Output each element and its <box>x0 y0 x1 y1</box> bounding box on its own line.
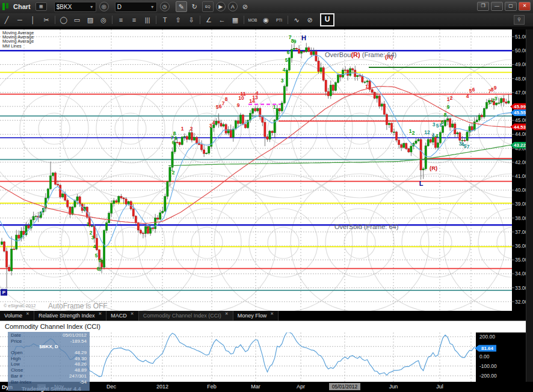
data-window-tooltip: Date05/01/2012Price-189.54$BKX, DOpen48.… <box>8 332 90 391</box>
draw-tool-18[interactable]: ◉ <box>260 14 271 25</box>
tab-volume[interactable]: Volume✕ <box>0 311 34 320</box>
svg-text:11: 11 <box>241 91 246 97</box>
draw-tool-14[interactable]: ∠ <box>203 14 214 25</box>
draw-tool-3[interactable]: ✂ <box>41 14 52 25</box>
cci-value-tag: 81.64 <box>475 345 496 352</box>
svg-text:2: 2 <box>412 130 415 136</box>
symbol-input[interactable]: $BKX▼ <box>54 2 96 12</box>
draw-tool-8[interactable]: ≡ <box>116 14 126 25</box>
tab-close-icon[interactable]: ✕ <box>98 311 102 316</box>
svg-text:3: 3 <box>494 96 498 102</box>
svg-text:12: 12 <box>424 129 430 135</box>
clock-icon[interactable]: ◷ <box>160 2 170 11</box>
svg-text:12: 12 <box>365 84 371 90</box>
draw-tool-7[interactable]: ◎ <box>98 14 109 25</box>
svg-text:43.22: 43.22 <box>514 142 526 148</box>
draw-tool-1[interactable]: ─ <box>14 14 25 25</box>
svg-text:1: 1 <box>87 221 90 227</box>
svg-text:3: 3 <box>433 121 436 127</box>
tab-macd[interactable]: MACD✕ <box>106 311 138 320</box>
svg-text:+1: +1 <box>145 225 151 231</box>
svg-text:9: 9 <box>294 38 297 44</box>
svg-text:2: 2 <box>450 95 453 101</box>
svg-text:5: 5 <box>285 57 288 63</box>
draw-tool-16[interactable]: ▦ <box>230 14 241 25</box>
svg-text:2: 2 <box>190 126 193 132</box>
tab-relative-strength-index[interactable]: Relative Strength Index✕ <box>34 311 106 320</box>
draw-tool-17[interactable]: MOB <box>247 14 258 25</box>
eraser-icon[interactable]: ⊘ <box>240 2 250 11</box>
draw-tool-10[interactable]: ||| <box>142 14 153 25</box>
svg-text:8: 8 <box>444 112 447 118</box>
svg-text:5: 5 <box>436 123 439 129</box>
tab-close-icon[interactable]: ✕ <box>225 311 229 316</box>
svg-text:8: 8 <box>225 96 228 102</box>
pencil-icon[interactable]: ✎ <box>176 1 187 12</box>
svg-text:45.55: 45.55 <box>514 110 526 115</box>
tab-close-icon[interactable]: ✕ <box>270 311 274 316</box>
layout-badge-icon[interactable]: ▦ <box>35 2 47 11</box>
draw-tool-21[interactable]: ⊘ <box>304 14 315 25</box>
draw-tool-20[interactable]: ∿ <box>291 14 302 25</box>
draw-tool-11[interactable]: T <box>159 14 170 25</box>
cci-pane-header: Commodity Channel Index (CCI) <box>0 320 533 333</box>
chart-application-window: Chart ▦ $BKX▼ ◎ D▼ ◷ ✎ ↻ EQ ▶ A ⊘ ❐ — ▢ … <box>0 0 533 392</box>
pin-icon[interactable]: ⚲ <box>514 15 525 25</box>
autoframe-label: AutoFrame is OFF <box>48 302 108 310</box>
oversold-label: OverSold (Frame: 64) <box>334 223 398 230</box>
tab-money-flow[interactable]: Money Flow✕ <box>233 311 279 320</box>
svg-text:Jul: Jul <box>436 384 443 390</box>
svg-text:Dec: Dec <box>106 384 117 390</box>
svg-text:0.00: 0.00 <box>479 354 490 360</box>
svg-text:P: P <box>2 290 6 295</box>
indicator-tabs: Volume✕Relative Strength Index✕MACD✕Comm… <box>0 311 533 320</box>
svg-text:9: 9 <box>494 85 497 91</box>
low-marker: L <box>419 180 424 187</box>
draw-tool-19[interactable]: PTI <box>274 14 285 25</box>
tab-close-icon[interactable]: ✕ <box>131 311 134 316</box>
tab-commodity-channel-index-cci-[interactable]: Commodity Channel Index (CCI)✕ <box>139 311 233 320</box>
draw-tool-9[interactable]: ≡ <box>129 14 140 25</box>
svg-text:81.64: 81.64 <box>481 346 494 351</box>
svg-text:4: 4 <box>432 132 435 138</box>
cci-pane-title: Commodity Channel Index (CCI) <box>5 323 100 330</box>
draw-tool-13[interactable]: ⇩ <box>186 14 197 25</box>
svg-text:05/01/2012: 05/01/2012 <box>332 384 358 390</box>
play-icon[interactable]: ▶ <box>216 2 226 11</box>
draw-tool-5[interactable]: ▭ <box>72 14 82 25</box>
draw-tool-0[interactable]: ╱ <box>1 14 12 25</box>
draw-tool-4[interactable]: ◯ <box>58 14 69 25</box>
draw-tool-6[interactable]: ▨ <box>85 14 96 25</box>
maximize-button[interactable]: ▢ <box>505 2 517 11</box>
symbol-search-icon[interactable]: ◎ <box>99 2 109 11</box>
svg-text:2: 2 <box>276 108 279 114</box>
svg-text:6: 6 <box>287 49 290 55</box>
minimize-button[interactable]: — <box>491 2 503 11</box>
svg-text:5: 5 <box>95 253 98 259</box>
eq-icon[interactable]: EQ <box>202 1 214 12</box>
svg-text:Mar: Mar <box>251 384 260 390</box>
refresh-icon[interactable]: ↻ <box>189 2 200 11</box>
tooltip-symbol: $BKX, D <box>8 344 90 350</box>
svg-text:-100.00: -100.00 <box>479 363 497 369</box>
restore-button[interactable]: ❐ <box>477 2 489 11</box>
u-tool-button[interactable]: U <box>320 13 334 26</box>
drawing-toolbar: ╱─│✂◯▭▨◎≡≡|||T⇧⇩∠←▦MOB◉PTI∿⊘U <box>0 13 533 27</box>
svg-text:MM Lines: MM Lines <box>2 43 22 49</box>
svg-text:3: 3 <box>91 234 94 240</box>
svg-text:9: 9 <box>174 135 177 141</box>
svg-text:6: 6 <box>172 139 175 145</box>
draw-tool-12[interactable]: ⇧ <box>173 14 183 25</box>
draw-tool-2[interactable]: │ <box>28 14 39 25</box>
svg-text:4: 4 <box>93 243 96 250</box>
pivot-p-marker: P <box>1 289 7 296</box>
window-title: Chart <box>13 3 31 10</box>
vertical-scrollbar[interactable] <box>526 29 533 382</box>
main-chart-pane[interactable]: 123456789+112789612345678946891231212345… <box>0 29 533 311</box>
svg-text:Apr: Apr <box>297 384 305 390</box>
interval-input[interactable]: D▼ <box>115 2 157 12</box>
tab-close-icon[interactable]: ✕ <box>26 311 29 316</box>
draw-tool-15[interactable]: ← <box>217 14 227 25</box>
close-button[interactable]: ✕ <box>519 2 531 11</box>
auto-icon[interactable]: A <box>228 2 238 11</box>
